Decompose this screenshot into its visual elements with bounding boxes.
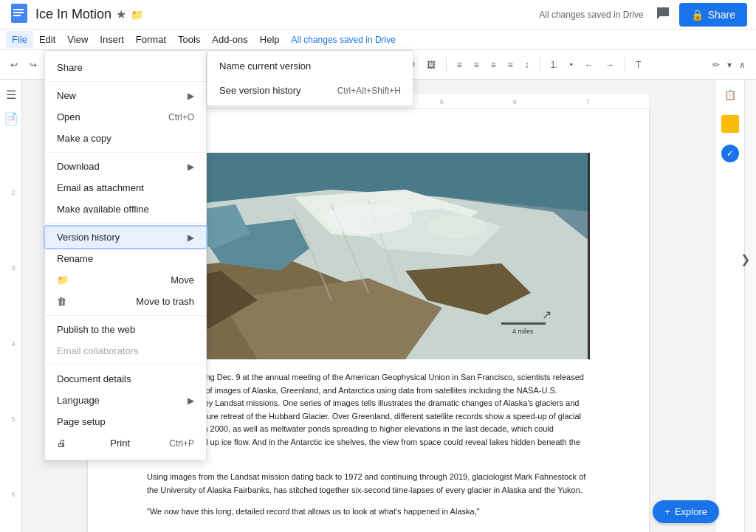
- menu-item-view[interactable]: View: [61, 31, 94, 48]
- paragraph-2: Using images from the Landsat mission da…: [147, 471, 590, 497]
- menu-item-addons[interactable]: Add-ons: [206, 31, 253, 48]
- version-menu-item-see-history[interactable]: See version history Ctrl+Alt+Shift+H: [207, 78, 413, 103]
- print-label: Print: [110, 438, 130, 449]
- page-setup-label: Page setup: [57, 416, 106, 427]
- name-current-label: Name current version: [219, 61, 311, 72]
- undo-button[interactable]: ↩: [6, 57, 22, 73]
- download-label: Download: [57, 161, 100, 172]
- left-sidebar: ☰ 📄 123456: [0, 80, 22, 532]
- menu-section-share: Share: [45, 54, 206, 82]
- align-justify-button[interactable]: ≡: [504, 57, 518, 73]
- menu-section-download: Download ▶ Email as attachment Make avai…: [45, 153, 206, 224]
- clear-formatting-button[interactable]: T: [631, 57, 645, 73]
- document-details-label: Document details: [57, 373, 131, 384]
- menu-item-insert[interactable]: Insert: [94, 31, 130, 48]
- explore-button[interactable]: + Explore: [653, 500, 719, 523]
- indent-inc-button[interactable]: →: [601, 57, 619, 73]
- right-sidebar: 📋 ✓: [715, 80, 744, 532]
- rename-label: Rename: [57, 253, 93, 264]
- menu-item-move-to-trash[interactable]: 🗑 Move to trash: [45, 291, 206, 312]
- version-menu-item-name-current[interactable]: Name current version: [207, 54, 413, 78]
- explore-label: Explore: [675, 506, 707, 517]
- numbered-list-button[interactable]: 1.: [546, 57, 563, 73]
- scroll-right-arrow[interactable]: ❯: [740, 252, 750, 266]
- menu-item-make-available-offline[interactable]: Make available offline: [45, 198, 206, 220]
- sidebar-right-icon-blue[interactable]: ✓: [721, 145, 739, 162]
- svg-point-18: [324, 204, 413, 234]
- svg-point-19: [427, 215, 487, 238]
- menu-item-format[interactable]: Format: [130, 31, 172, 48]
- menu-item-edit[interactable]: Edit: [33, 31, 61, 48]
- svg-rect-2: [13, 12, 24, 13]
- sidebar-right-icon-note[interactable]: [721, 115, 739, 133]
- print-shortcut: Ctrl+P: [169, 438, 194, 449]
- explore-icon: +: [664, 506, 670, 517]
- menu-item-page-setup[interactable]: Page setup: [45, 411, 206, 432]
- menu-item-help[interactable]: Help: [254, 31, 286, 48]
- version-history-arrow: ▶: [188, 232, 194, 243]
- star-icon[interactable]: ★: [116, 7, 126, 21]
- email-collaborators-label: Email collaborators: [57, 345, 139, 356]
- menu-item-rename[interactable]: Rename: [45, 248, 206, 269]
- satellite-image: 4 miles ↗: [147, 153, 590, 359]
- menu-section-details: Document details Language ▶ Page setup 🖨…: [45, 365, 206, 457]
- share-button[interactable]: 🔒 Share: [679, 3, 747, 27]
- folder-icon[interactable]: 📁: [131, 9, 143, 21]
- bullet-list-button[interactable]: •: [566, 57, 577, 73]
- menu-item-version-history[interactable]: Version history ▶: [45, 227, 206, 248]
- publish-label: Publish to the web: [57, 324, 135, 335]
- menu-item-publish[interactable]: Publish to the web: [45, 319, 206, 340]
- menu-item-new[interactable]: New ▶: [45, 85, 206, 106]
- menu-item-language[interactable]: Language ▶: [45, 390, 206, 411]
- menu-item-print[interactable]: 🖨 Print Ctrl+P: [45, 432, 206, 454]
- open-label: Open: [57, 111, 80, 122]
- menu-item-share[interactable]: Share: [45, 57, 206, 78]
- doc-icon: [9, 3, 30, 26]
- svg-text:↗: ↗: [542, 308, 551, 321]
- version-history-submenu: Name current version See version history…: [207, 50, 413, 106]
- share-label: Share: [708, 9, 735, 21]
- redo-button[interactable]: ↪: [25, 57, 41, 73]
- menu-item-open[interactable]: Open Ctrl+O: [45, 106, 206, 128]
- align-left-button[interactable]: ≡: [453, 57, 467, 73]
- move-label: Move: [171, 274, 194, 286]
- indent-dec-button[interactable]: ←: [580, 57, 598, 73]
- menu-section-version: Version history ▶ Rename 📁 Move 🗑 Move t…: [45, 224, 206, 316]
- menu-item-email-collaborators: Email collaborators: [45, 340, 206, 362]
- align-center-button[interactable]: ≡: [470, 57, 484, 73]
- make-available-offline-label: Make available offline: [57, 204, 149, 215]
- menu-item-make-copy[interactable]: Make a copy: [45, 128, 206, 149]
- svg-rect-3: [13, 15, 21, 16]
- align-right-button[interactable]: ≡: [487, 57, 501, 73]
- menu-item-download[interactable]: Download ▶: [45, 156, 206, 177]
- menu-section-new: New ▶ Open Ctrl+O Make a copy: [45, 82, 206, 153]
- menu-item-document-details[interactable]: Document details: [45, 368, 206, 390]
- line-spacing-button[interactable]: ↕: [520, 57, 534, 73]
- new-label: New: [57, 90, 76, 101]
- sidebar-right-icon-1[interactable]: 📋: [721, 86, 739, 103]
- menu-item-tools[interactable]: Tools: [172, 31, 206, 48]
- email-attachment-label: Email as attachment: [57, 182, 144, 193]
- download-arrow: ▶: [188, 162, 194, 172]
- trash-icon: 🗑: [57, 296, 66, 307]
- title-bar: Ice In Motion ★ 📁 All changes saved in D…: [0, 0, 756, 30]
- menu-section-publish: Publish to the web Email collaborators: [45, 316, 206, 365]
- menu-item-email-attachment[interactable]: Email as attachment: [45, 177, 206, 198]
- collapse-toolbar-button[interactable]: ∧: [735, 57, 750, 73]
- doc-title: Ice In Motion: [35, 7, 111, 22]
- image-button[interactable]: 🖼: [422, 57, 440, 73]
- menu-item-file[interactable]: File: [6, 31, 33, 48]
- see-history-label: See version history: [219, 85, 301, 96]
- autosave-text: All changes saved in Drive: [292, 35, 396, 45]
- menu-item-move[interactable]: 📁 Move: [45, 269, 206, 291]
- comment-button[interactable]: [653, 3, 673, 26]
- doc-text: At a media briefing Dec. 9 at the annual…: [147, 371, 590, 519]
- page-numbers: 123456: [6, 80, 21, 532]
- language-label: Language: [57, 395, 100, 406]
- svg-text:4 miles: 4 miles: [512, 328, 534, 335]
- pencil-button[interactable]: ✏: [708, 57, 724, 73]
- svg-rect-20: [501, 322, 546, 325]
- print-icon: 🖨: [57, 438, 66, 449]
- language-arrow: ▶: [188, 395, 194, 406]
- make-copy-label: Make a copy: [57, 133, 111, 144]
